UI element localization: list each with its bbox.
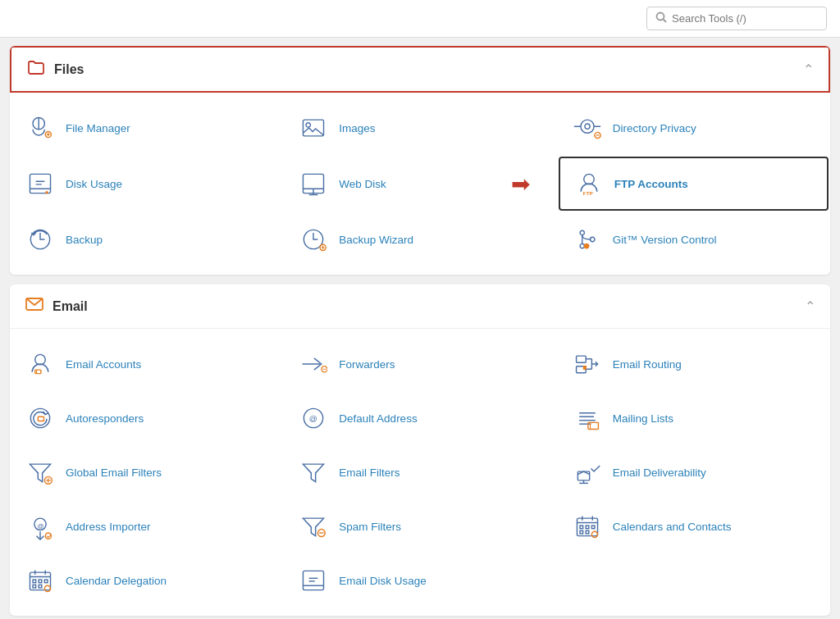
- email-chevron-icon: ⌃: [805, 298, 815, 314]
- email-filters-label: Email Filters: [339, 467, 399, 479]
- web-disk-icon: [298, 168, 329, 199]
- email-accounts-label: Email Accounts: [66, 358, 141, 371]
- tool-backup[interactable]: Backup: [10, 212, 283, 266]
- svg-point-94: [44, 585, 50, 591]
- directory-privacy-icon: [572, 112, 603, 143]
- svg-text:FTP: FTP: [582, 190, 592, 196]
- git-label: Git™ Version Control: [613, 234, 717, 246]
- tool-email-filters[interactable]: Email Filters: [283, 445, 556, 499]
- tool-email-deliverability[interactable]: Email Deliverability: [557, 445, 830, 499]
- tool-git-version-control[interactable]: Git™ Version Control: [557, 212, 830, 266]
- svg-point-33: [590, 237, 594, 241]
- svg-point-10: [585, 124, 590, 129]
- file-manager-label: File Manager: [66, 122, 130, 134]
- images-label: Images: [339, 122, 375, 134]
- git-icon: [572, 224, 603, 255]
- disk-usage-icon: [25, 168, 56, 199]
- address-importer-label: Address Importer: [66, 521, 151, 533]
- svg-rect-38: [35, 370, 41, 373]
- svg-rect-51: [38, 416, 43, 421]
- svg-rect-95: [304, 571, 324, 589]
- tool-default-address[interactable]: @ Default Address: [283, 391, 556, 445]
- tool-web-disk[interactable]: Web Disk: [283, 155, 556, 212]
- disk-usage-label: Disk Usage: [66, 178, 122, 190]
- svg-rect-65: [578, 471, 589, 480]
- svg-point-8: [306, 123, 310, 127]
- folder-icon: [26, 57, 46, 81]
- file-manager-icon: [25, 112, 56, 143]
- svg-point-0: [657, 13, 664, 20]
- global-email-filters-icon: [25, 457, 56, 488]
- tool-images[interactable]: Images: [283, 101, 556, 155]
- mailing-lists-icon: [572, 403, 603, 434]
- calendars-contacts-label: Calendars and Contacts: [613, 521, 732, 533]
- tool-autoresponders[interactable]: Autoresponders: [10, 391, 283, 445]
- svg-rect-83: [586, 530, 589, 534]
- email-filters-icon: [298, 457, 329, 488]
- svg-point-37: [35, 354, 46, 365]
- tool-disk-usage[interactable]: Disk Usage: [10, 155, 283, 212]
- tool-calendar-delegation[interactable]: Calendar Delegation: [10, 553, 283, 608]
- mailing-lists-label: Mailing Lists: [613, 412, 673, 425]
- svg-rect-81: [591, 526, 595, 529]
- main-content: Files ⌃ File Manager: [0, 38, 840, 619]
- backup-wizard-icon: [298, 224, 329, 255]
- autoresponders-label: Autoresponders: [66, 412, 144, 425]
- global-email-filters-label: Global Email Filters: [66, 467, 162, 479]
- backup-label: Backup: [66, 234, 103, 246]
- email-section-title: Email: [25, 294, 88, 318]
- search-input[interactable]: [672, 12, 818, 25]
- default-address-icon: @: [298, 403, 329, 434]
- top-bar: [0, 0, 840, 38]
- files-section-title: Files: [26, 57, 84, 81]
- spam-filters-label: Spam Filters: [339, 521, 401, 533]
- tool-forwarders[interactable]: Forwarders: [283, 337, 556, 391]
- svg-point-31: [580, 230, 584, 234]
- default-address-label: Default Address: [339, 412, 417, 425]
- svg-rect-90: [39, 580, 42, 583]
- svg-rect-79: [580, 526, 583, 529]
- files-tools-grid: File Manager Images: [10, 93, 830, 275]
- tool-calendars-contacts[interactable]: Calendars and Contacts: [557, 499, 830, 553]
- svg-text:@: @: [37, 522, 43, 530]
- email-disk-usage-label: Email Disk Usage: [339, 575, 427, 587]
- tool-backup-wizard[interactable]: Backup Wizard: [283, 212, 556, 266]
- email-deliverability-icon: [572, 457, 603, 488]
- tool-mailing-lists[interactable]: Mailing Lists: [557, 391, 830, 445]
- tool-email-routing[interactable]: Email Routing: [557, 337, 830, 391]
- email-deliverability-label: Email Deliverability: [613, 467, 706, 479]
- calendar-delegation-label: Calendar Delegation: [66, 575, 167, 587]
- svg-marker-60: [30, 464, 50, 481]
- email-accounts-icon: [25, 348, 56, 380]
- svg-point-24: [583, 174, 594, 184]
- svg-marker-64: [304, 464, 324, 481]
- autoresponders-icon: [25, 403, 56, 434]
- backup-icon: [25, 224, 56, 255]
- tool-spam-filters[interactable]: Spam Filters: [283, 499, 556, 553]
- email-section-header[interactable]: Email ⌃: [10, 284, 830, 329]
- address-importer-icon: @: [25, 511, 56, 542]
- files-section: Files ⌃ File Manager: [10, 46, 830, 275]
- email-tools-grid: Email Accounts Forwarders: [10, 329, 830, 616]
- svg-rect-93: [39, 585, 42, 588]
- svg-point-84: [591, 531, 597, 537]
- email-routing-label: Email Routing: [613, 358, 682, 371]
- tool-global-email-filters[interactable]: Global Email Filters: [10, 445, 283, 499]
- tool-email-disk-usage[interactable]: Email Disk Usage: [283, 553, 556, 608]
- svg-line-1: [664, 20, 667, 23]
- calendars-contacts-icon: [572, 511, 603, 542]
- search-box[interactable]: [646, 7, 827, 30]
- ftp-accounts-icon: FTP: [573, 168, 605, 199]
- web-disk-label: Web Disk: [339, 178, 386, 190]
- tool-ftp-accounts[interactable]: ➡ FTP FTP Accounts: [559, 157, 829, 211]
- tool-directory-privacy[interactable]: Directory Privacy: [557, 101, 830, 155]
- svg-rect-43: [576, 356, 586, 362]
- tool-file-manager[interactable]: File Manager: [10, 101, 283, 155]
- calendar-delegation-icon: [25, 565, 56, 596]
- tool-email-accounts[interactable]: Email Accounts: [10, 337, 283, 391]
- files-section-header[interactable]: Files ⌃: [10, 46, 830, 93]
- forwarders-icon: [298, 348, 329, 380]
- tool-address-importer[interactable]: @ Address Importer: [10, 499, 283, 553]
- svg-point-35: [584, 244, 588, 248]
- spam-filters-icon: [298, 511, 329, 542]
